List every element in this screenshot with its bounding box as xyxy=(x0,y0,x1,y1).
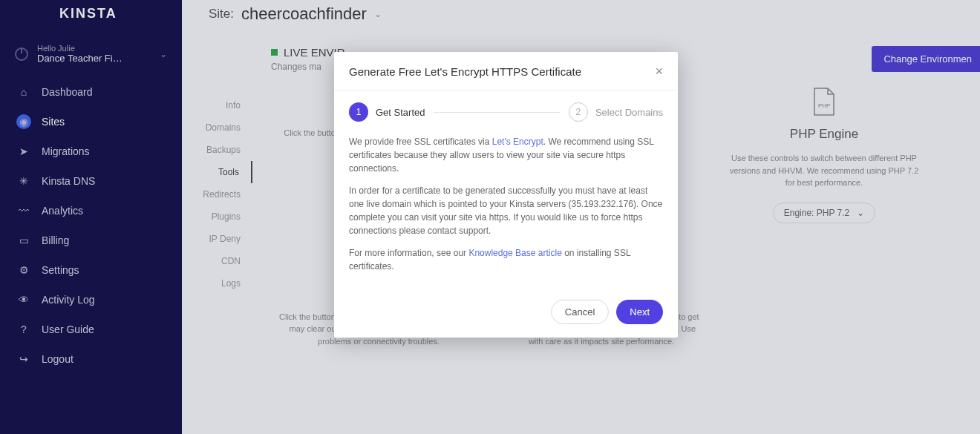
modal-body: We provide free SSL certificates via Let… xyxy=(334,132,678,292)
lets-encrypt-link[interactable]: Let's Encrypt xyxy=(492,137,543,147)
step-2: 2 Select Domains xyxy=(569,102,663,122)
modal-paragraph-3: For more information, see our Knowledge … xyxy=(349,246,663,273)
modal-paragraph-2: In order for a certificate to be generat… xyxy=(349,184,663,237)
step-indicator: 1 Get Started 2 Select Domains xyxy=(334,91,678,132)
step-divider xyxy=(434,112,559,113)
kb-article-link[interactable]: Knowledge Base article xyxy=(468,248,561,258)
modal-paragraph-1: We provide free SSL certificates via Let… xyxy=(349,135,663,175)
modal-title: Generate Free Let's Encrypt HTTPS Certif… xyxy=(349,65,581,78)
next-button[interactable]: Next xyxy=(616,300,663,324)
step-1: 1 Get Started xyxy=(349,102,425,122)
close-icon[interactable]: × xyxy=(655,64,663,79)
ssl-modal: Generate Free Let's Encrypt HTTPS Certif… xyxy=(334,52,678,338)
cancel-button[interactable]: Cancel xyxy=(551,300,609,324)
